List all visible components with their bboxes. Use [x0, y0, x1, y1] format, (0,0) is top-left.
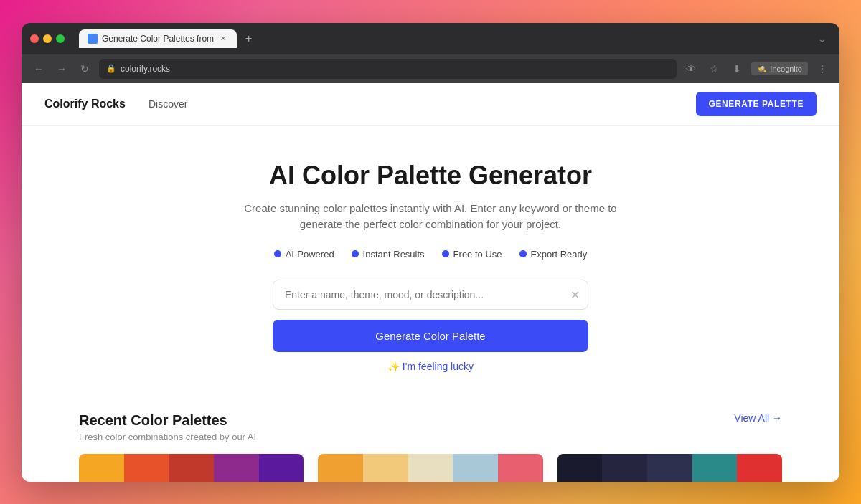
reload-button[interactable]: ↻ — [76, 60, 93, 77]
address-bar[interactable]: 🔒 colorify.rocks — [99, 59, 677, 79]
color-swatch — [79, 454, 124, 482]
window-controls-icon: ⌄ — [814, 30, 831, 47]
palette-swatches — [557, 454, 782, 482]
nav-discover[interactable]: Discover — [149, 98, 187, 110]
incognito-button[interactable]: 🕵 Incognito — [751, 62, 808, 75]
recent-title: Recent Color Palettes — [79, 412, 256, 429]
export-ready-label: Export Ready — [531, 249, 588, 260]
incognito-icon: 🕵 — [757, 64, 767, 73]
feature-ai-powered: AI-Powered — [274, 249, 334, 260]
recent-palettes-section: Recent Color Palettes Fresh color combin… — [22, 398, 839, 482]
color-swatch — [363, 454, 408, 482]
feature-free-to-use: Free to Use — [442, 249, 502, 260]
hero-subtitle: Create stunning color palettes instantly… — [237, 201, 624, 233]
search-input[interactable] — [273, 280, 588, 310]
palette-swatches — [318, 454, 542, 482]
palette-swatches — [79, 454, 304, 482]
feature-badges: AI-Powered Instant Results Free to Use E… — [44, 249, 817, 260]
browser-toolbar: ← → ↻ 🔒 colorify.rocks 👁 ☆ ⬇ 🕵 Incognito… — [22, 54, 839, 83]
color-swatch — [498, 454, 543, 482]
color-swatch — [408, 454, 453, 482]
free-to-use-label: Free to Use — [453, 249, 502, 260]
feature-export-ready: Export Ready — [519, 249, 588, 260]
feature-instant-results: Instant Results — [352, 249, 425, 260]
instant-results-dot — [352, 250, 359, 257]
view-all-button[interactable]: View All → — [734, 412, 782, 424]
palettes-grid: Tropical SunsettropicalsunsetorangeSumme… — [79, 454, 782, 482]
privacy-icon: 👁 — [682, 60, 700, 77]
ai-powered-label: AI-Powered — [286, 249, 334, 260]
color-swatch — [737, 454, 782, 482]
color-swatch — [169, 454, 214, 482]
tab-favicon — [88, 34, 98, 44]
lucky-label: ✨ I'm feeling lucky — [387, 361, 474, 372]
tab-bar: Generate Color Palettes from ✕ + — [79, 29, 808, 48]
color-swatch — [259, 454, 304, 482]
back-button[interactable]: ← — [30, 60, 47, 77]
tab-title: Generate Color Palettes from — [102, 34, 214, 44]
palette-card[interactable]: Cyber Nightblackgrayneon — [557, 454, 782, 482]
free-to-use-dot — [442, 250, 449, 257]
browser-window: Generate Color Palettes from ✕ + ⌄ ← → ↻… — [22, 23, 839, 482]
feeling-lucky-link[interactable]: ✨ I'm feeling lucky — [44, 361, 817, 372]
recent-subtitle: Fresh color combinations created by our … — [79, 432, 256, 442]
new-tab-button[interactable]: + — [240, 32, 258, 45]
site-nav: Colorify Rocks Discover GENERATE PALETTE — [22, 83, 839, 126]
menu-button[interactable]: ⋮ — [814, 60, 831, 77]
color-swatch — [557, 454, 603, 482]
download-icon[interactable]: ⬇ — [728, 60, 745, 77]
close-button[interactable] — [30, 34, 39, 43]
security-icon: 🔒 — [106, 64, 116, 73]
maximize-button[interactable] — [56, 34, 65, 43]
search-container: ✕ — [273, 280, 588, 310]
page-content: Colorify Rocks Discover GENERATE PALETTE… — [22, 83, 839, 482]
url-text: colorify.rocks — [121, 64, 170, 74]
instant-results-label: Instant Results — [363, 249, 425, 260]
traffic-lights — [30, 34, 65, 43]
color-swatch — [214, 454, 259, 482]
generate-palette-button[interactable]: Generate Color Palette — [273, 320, 588, 352]
recent-header: Recent Color Palettes Fresh color combin… — [79, 412, 782, 442]
hero-title: AI Color Palette Generator — [44, 161, 817, 191]
color-swatch — [318, 454, 363, 482]
nav-generate-button[interactable]: GENERATE PALETTE — [696, 92, 817, 116]
toolbar-actions: 👁 ☆ ⬇ 🕵 Incognito ⋮ — [682, 60, 831, 77]
site-logo: Colorify Rocks — [44, 98, 126, 110]
bookmark-icon[interactable]: ☆ — [705, 60, 723, 77]
color-swatch — [453, 454, 498, 482]
incognito-label: Incognito — [770, 65, 802, 73]
palette-card[interactable]: Summer Sunsetsunsetsummerorange — [318, 454, 542, 482]
palette-card[interactable]: Tropical Sunsettropicalsunsetorange — [79, 454, 304, 482]
search-clear-button[interactable]: ✕ — [570, 287, 580, 301]
minimize-button[interactable] — [43, 34, 52, 43]
recent-header-left: Recent Color Palettes Fresh color combin… — [79, 412, 256, 442]
hero-section: AI Color Palette Generator Create stunni… — [22, 126, 839, 398]
color-swatch — [602, 454, 647, 482]
export-ready-dot — [519, 250, 527, 257]
color-swatch — [647, 454, 692, 482]
active-tab[interactable]: Generate Color Palettes from ✕ — [79, 29, 237, 48]
color-swatch — [124, 454, 169, 482]
forward-button[interactable]: → — [53, 60, 70, 77]
tab-close-button[interactable]: ✕ — [218, 34, 228, 44]
ai-powered-dot — [274, 250, 281, 257]
color-swatch — [692, 454, 738, 482]
browser-titlebar: Generate Color Palettes from ✕ + ⌄ — [22, 23, 839, 54]
